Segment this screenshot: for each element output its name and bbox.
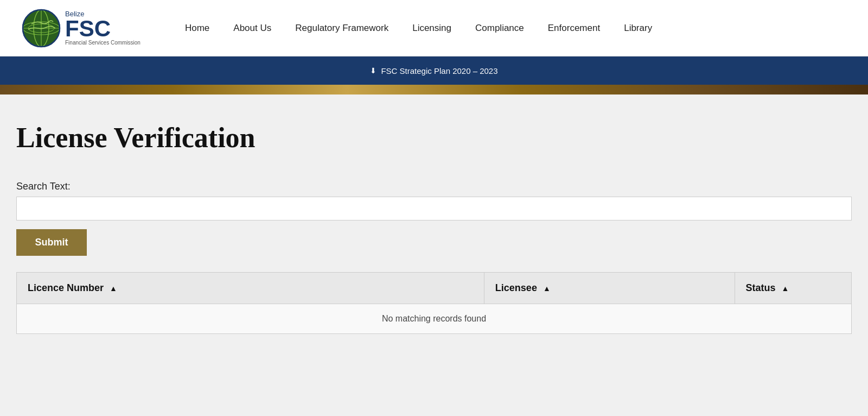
no-records-row: No matching records found xyxy=(17,304,852,334)
sort-arrow-status: ▲ xyxy=(782,284,789,293)
main-content: License Verification Search Text: Submit… xyxy=(0,94,868,399)
page-title: License Verification xyxy=(16,122,852,154)
logo-fsc: FSC xyxy=(65,17,141,40)
site-header: Belize FSC Financial Services Commission… xyxy=(0,0,868,56)
banner-text: FSC Strategic Plan 2020 – 2023 xyxy=(381,66,497,75)
nav-library[interactable]: Library xyxy=(612,23,664,34)
logo-text: Belize FSC Financial Services Commission xyxy=(65,10,141,46)
nav-enforcement[interactable]: Enforcement xyxy=(536,23,612,34)
decorative-stripe xyxy=(0,85,868,94)
logo-subtitle: Financial Services Commission xyxy=(65,40,141,46)
search-section: Search Text: Submit xyxy=(16,181,852,256)
col-header-status[interactable]: Status ▲ xyxy=(735,273,851,304)
search-label: Search Text: xyxy=(16,181,852,192)
col-header-licence-number[interactable]: Licence Number ▲ xyxy=(17,273,484,304)
no-records-message: No matching records found xyxy=(17,304,852,334)
table-header-row: Licence Number ▲ Licensee ▲ Status ▲ xyxy=(17,273,852,304)
banner-bar: ⬇ FSC Strategic Plan 2020 – 2023 xyxy=(0,56,868,85)
nav-about-us[interactable]: About Us xyxy=(221,23,283,34)
download-icon: ⬇ xyxy=(370,66,376,75)
nav-regulatory-framework[interactable]: Regulatory Framework xyxy=(283,23,400,34)
sort-arrow-licensee: ▲ xyxy=(543,284,551,293)
results-table: Licence Number ▲ Licensee ▲ Status ▲ No … xyxy=(16,272,852,334)
logo-globe-icon xyxy=(22,9,61,48)
sort-arrow-licence: ▲ xyxy=(110,284,117,293)
table-body: No matching records found xyxy=(17,304,852,334)
search-input[interactable] xyxy=(16,197,852,220)
submit-button[interactable]: Submit xyxy=(16,229,87,256)
table-header: Licence Number ▲ Licensee ▲ Status ▲ xyxy=(17,273,852,304)
strategic-plan-link[interactable]: ⬇ FSC Strategic Plan 2020 – 2023 xyxy=(370,66,497,75)
logo-area[interactable]: Belize FSC Financial Services Commission xyxy=(22,9,141,48)
nav-licensing[interactable]: Licensing xyxy=(400,23,463,34)
main-nav: Home About Us Regulatory Framework Licen… xyxy=(173,23,664,34)
col-header-licensee[interactable]: Licensee ▲ xyxy=(484,273,735,304)
nav-compliance[interactable]: Compliance xyxy=(463,23,536,34)
nav-home[interactable]: Home xyxy=(173,23,221,34)
